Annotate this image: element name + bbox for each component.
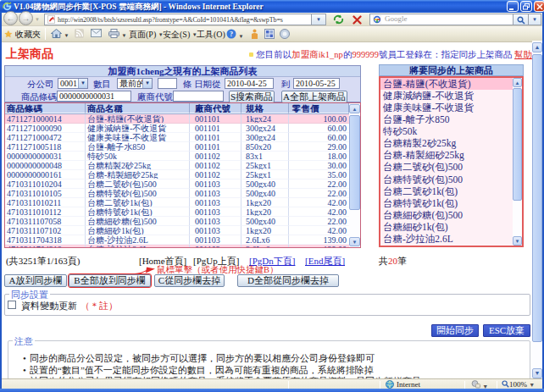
count-input[interactable] (158, 78, 177, 89)
sync-list-item[interactable]: 台糖-精製細砂25kg (380, 149, 522, 161)
date-from-input[interactable]: 2010-04-25 (225, 78, 274, 89)
table-row[interactable]: 4711271000472 健康美味鹽-不收退貨 001101 300gx24 … (5, 133, 349, 142)
sync-list-item[interactable]: 健康減納鹽-不收退貨 (380, 90, 522, 102)
sync-list-item[interactable]: 台糖二號砂1k(包) (380, 185, 522, 197)
url-text[interactable]: http://win2008/ts/btsb/szsresultl.asp?fr… (58, 16, 310, 24)
scroll-thumb[interactable] (532, 54, 542, 342)
all-products-button[interactable]: A全部上架商品 (281, 91, 347, 103)
menu-label: 工具(O) (197, 30, 225, 39)
column-header-barcode: 商品條碼 (5, 103, 86, 113)
forward-button[interactable]: → (19, 11, 33, 25)
sync-list-item[interactable]: 台糖特號砂(包)500 (380, 174, 522, 185)
cell-barcode: 4710311010112 (5, 207, 86, 217)
page-title: 上架商品 (6, 47, 53, 62)
sync-list-item[interactable]: 台糖特號砂1k(包) (380, 197, 522, 209)
pagination-end-link[interactable]: [End尾頁] (305, 255, 345, 268)
cell-spec: 500gx40 (241, 179, 289, 189)
menu-safety[interactable]: 安全(S) ▼ (163, 29, 197, 41)
favorites-label[interactable]: 收藏夾 (15, 29, 41, 41)
table-row[interactable]: 4710311010105 台糖特號砂(包)500 001103 500gx40… (5, 189, 349, 198)
table-row[interactable]: 4710311010204 台糖二號砂(包)500 001103 500gx40… (5, 179, 349, 189)
scroll-down-button[interactable]: ▼ (349, 237, 360, 246)
help-icon[interactable]: ? ▼ (226, 29, 243, 41)
checkbox-note: （＊註） (80, 300, 118, 312)
stop-button[interactable] (349, 14, 365, 25)
table-row[interactable]: 4710311010112 台糖特號砂1k(包) 001103 1kgx20 4… (5, 207, 349, 217)
addon-icon[interactable] (280, 29, 290, 41)
separator (45, 28, 46, 40)
cell-spec: 850x20 (241, 142, 289, 152)
table-row[interactable]: 4711271000090 健康減納鹽-不收退貨 001101 300gx24 … (5, 124, 349, 133)
cell-barcode: 4710311107058 (5, 217, 86, 226)
scroll-up-button[interactable]: ▲ (532, 42, 542, 52)
sync-list-item[interactable]: 台鹽-精鹽(不收退貨) (380, 78, 522, 90)
scroll-up-button[interactable]: ▲ (513, 78, 522, 87)
remove-all-from-sync-button[interactable]: D全部從同步欄去掉 (237, 274, 339, 287)
address-dropdown-icon[interactable]: ▼ (312, 14, 326, 25)
table-row[interactable]: 4711271000014 台鹽-精鹽(不收退貨) 001101 1kgx24 … (5, 114, 349, 124)
scroll-down-button[interactable]: ▼ (532, 368, 542, 378)
addon-icon[interactable] (251, 29, 258, 41)
put-to-sync-button[interactable]: A放到同步欄 (4, 274, 67, 287)
rss-feeds-icon[interactable] (75, 29, 84, 40)
form-panel-header: 加盟商1cheng之現有的上架商品列表 (5, 66, 360, 77)
read-mail-icon[interactable] (91, 29, 102, 39)
refresh-button[interactable] (330, 14, 347, 25)
search-products-button[interactable]: S搜索商品 (229, 91, 275, 103)
table-row[interactable]: 4711271005118 台鹽-離子水850 001101 850x20 29… (5, 142, 349, 152)
table-row[interactable]: 4710311704318 台糖-沙拉油2.6L 001103 2.6Lx6 1… (5, 245, 349, 248)
start-sync-button[interactable]: 開始同步 (431, 324, 479, 337)
sync-list-item[interactable]: 台糖二號砂(包)500 (380, 161, 522, 173)
vendor-input[interactable] (173, 91, 224, 102)
scroll-thumb[interactable] (349, 115, 360, 210)
favorites-star-icon[interactable]: ★ (4, 29, 13, 40)
mail-icon (91, 29, 102, 37)
barcode-input[interactable]: 0000000000031 (57, 91, 131, 102)
print-button[interactable]: ▼ (108, 29, 126, 40)
sync-list-item[interactable]: 健康美味鹽-不收退貨 (380, 102, 522, 113)
remove-from-sync-button[interactable]: C從同步欄去掉 (154, 274, 225, 287)
sync-listbox[interactable]: 台鹽-精鹽(不收退貨)健康減納鹽-不收退貨健康美味鹽-不收退貨台鹽-離子水850… (379, 76, 524, 247)
table-row[interactable]: 0000000000048 台糖精製2砂25kg 001102 25kgx1 3… (5, 161, 349, 170)
close-button[interactable] (534, 1, 544, 12)
search-go-icon[interactable] (513, 14, 529, 25)
zoom-control[interactable]: 100% ▼ (502, 380, 535, 389)
sync-list-item[interactable]: 台糖細砂糖(包)500 (380, 209, 522, 221)
scroll-down-button[interactable]: ▼ (513, 236, 522, 246)
dropdown-arrow-icon[interactable]: ▼ (78, 79, 87, 88)
rss-icon (75, 29, 84, 38)
table-row[interactable]: 0000000000161 台糖-精製細砂25kg 001102 25kgx1 … (5, 170, 349, 179)
restore-button[interactable] (520, 1, 532, 12)
sync-list-item[interactable]: 特砂50k (380, 125, 522, 137)
put-all-to-sync-button[interactable]: B全部放到同步欄 (69, 274, 151, 287)
home-button[interactable]: ▼ (51, 29, 69, 40)
cell-spec: 300gx24 (241, 124, 289, 133)
addon-icon[interactable] (264, 29, 275, 41)
sync-list-item[interactable]: 台糖-沙拉油2.6L (380, 233, 522, 245)
back-button[interactable]: ← (3, 11, 18, 25)
scroll-thumb[interactable] (513, 88, 522, 201)
data-update-checkbox[interactable] (8, 301, 16, 309)
search-dropdown-icon[interactable]: ▼ (529, 14, 541, 25)
sync-list-item[interactable]: 台鹽-離子水850 (380, 113, 522, 125)
table-scrollbar[interactable]: ▲ ▼ (349, 103, 360, 247)
scroll-up-button[interactable]: ▲ (349, 104, 360, 113)
count-select[interactable]: 最前的▼ (117, 78, 153, 89)
history-dropdown-icon[interactable]: ▼ (35, 17, 40, 22)
table-row[interactable]: 4710311107058 台糖細砂糖(包)500 001103 500gx40… (5, 217, 349, 226)
minimize-button[interactable] (507, 1, 519, 12)
dropdown-arrow-icon[interactable]: ▼ (142, 79, 152, 88)
sync-list-scrollbar[interactable]: ▲ ▼ (513, 78, 522, 246)
date-to-input[interactable]: 2010-05-25 (293, 78, 340, 89)
esc-cancel-button[interactable]: ESC放棄 (483, 324, 530, 337)
help-link[interactable]: 幫助 (514, 50, 532, 59)
table-row[interactable]: 4710311107102 台糖細砂1k(包) 001103 1kgx20 42… (5, 226, 349, 235)
sync-list-item[interactable]: 台糖細砂1k(包) (380, 221, 522, 233)
menu-page[interactable]: 頁面(P) ▼ (129, 29, 164, 41)
table-row[interactable]: 4710311010211 台糖二號砂1k(包) 001103 1kgx20 4… (5, 198, 349, 207)
branch-select[interactable]: 0001▼ (58, 78, 88, 89)
table-row[interactable]: 4710311704318 台糖-沙拉油2.6L 001103 2.6Lx6 1… (5, 235, 349, 245)
page-scrollbar[interactable]: ▲ ▼ (532, 41, 542, 378)
sync-list-item[interactable]: 台糖精製2砂25kg (380, 137, 522, 149)
table-row[interactable]: 0000000000031 特砂50k 001102 83x1 18.00 (5, 152, 349, 161)
